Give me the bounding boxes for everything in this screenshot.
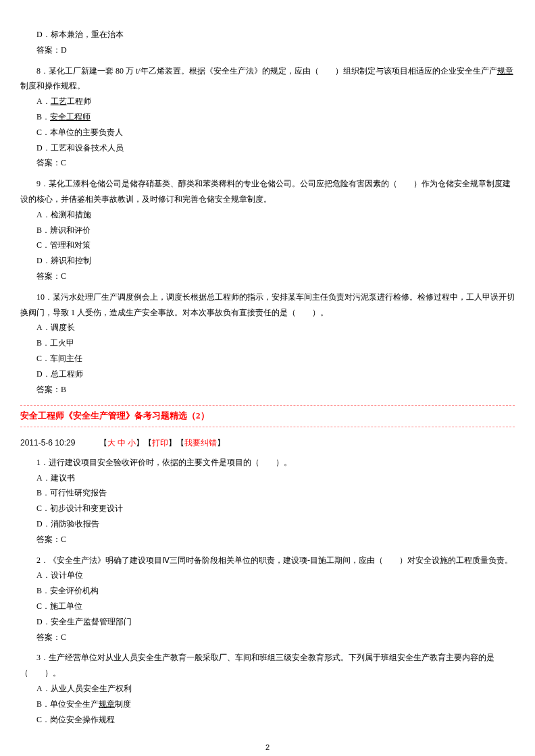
font-medium-link[interactable]: 中	[118, 438, 128, 448]
question-9: 9．某化工漆料仓储公司是储存硝基类、醇类和苯类稀料的专业仓储公司。公司应把危险有…	[20, 176, 515, 284]
question-10: 10．某污水处理厂生产调度例会上，调度长根据总工程师的指示，安排某车间主任负责对…	[20, 290, 515, 398]
s2q1-option-c: C．初步设计和变更设计	[20, 501, 515, 516]
q10-option-d: D．总工程师	[20, 367, 515, 382]
s2-question-2: 2．《安全生产法》明确了建设项目Ⅳ三同时备阶段相关单位的职责，建设项-目施工期间…	[20, 553, 515, 645]
s2q1-option-d: D．消防验收报告	[20, 516, 515, 532]
s2q3-option-c: C．岗位安全操作规程	[20, 712, 515, 728]
s2q3-option-b: B．单位安全生产规章制度	[20, 697, 515, 712]
s2q1-option-a: A．建议书	[20, 470, 515, 486]
q10-option-b: B．工火甲	[20, 335, 515, 351]
document-content: D．标本兼治，重在治本 答案：D 8．某化工厂新建一套 80 万 t/年乙烯装置…	[20, 27, 515, 727]
q10-answer: 答案：B	[20, 382, 515, 398]
q10-option-c: C．车间主任	[20, 351, 515, 367]
q9-option-d: D．辨识和控制	[20, 253, 515, 269]
q8-option-d: D．工艺和设备技术人员	[20, 140, 515, 156]
q8-text: 8．某化工厂新建一套 80 万 t/年乙烯装置。根据《安全生产法》的规定，应由（…	[20, 63, 515, 94]
s2-question-3: 3．生产经营单位对从业人员安全生产教育一般采取厂、车间和班组三级安全教育形式。下…	[20, 650, 515, 727]
s2q2-option-d: D．安全生产监督管理部门	[20, 614, 515, 630]
q8-option-c: C．本单位的主要负责人	[20, 125, 515, 140]
q9-option-a: A．检测和措施	[20, 207, 515, 223]
s2q2-option-b: B．安全评价机构	[20, 583, 515, 599]
page-number: 2	[20, 740, 515, 755]
q9-option-b: B．辨识和评价	[20, 223, 515, 238]
q7-option-d: D．标本兼治，重在治本	[20, 27, 515, 43]
question-8: 8．某化工厂新建一套 80 万 t/年乙烯装置。根据《安全生产法》的规定，应由（…	[20, 63, 515, 171]
correct-link[interactable]: 我要纠错	[184, 438, 217, 448]
s2q2-option-c: C．施工单位	[20, 599, 515, 614]
q10-option-a: A．调度长	[20, 320, 515, 335]
font-large-link[interactable]: 大	[107, 438, 118, 448]
q10-text: 10．某污水处理厂生产调度例会上，调度长根据总工程师的指示，安排某车间主任负责对…	[20, 290, 515, 321]
s2q1-answer: 答案：C	[20, 532, 515, 547]
s2q3-option-a: A．从业人员安全生产权利	[20, 681, 515, 697]
s2q3-text: 3．生产经营单位对从业人员安全生产教育一般采取厂、车间和班组三级安全教育形式。下…	[20, 650, 515, 681]
s2-question-1: 1．进行建设项目安全验收评价时，依据的主要文件是项目的（ ）。 A．建议书 B．…	[20, 455, 515, 547]
q9-text: 9．某化工漆料仓储公司是储存硝基类、醇类和苯类稀料的专业仓储公司。公司应把危险有…	[20, 176, 515, 207]
s2q1-text: 1．进行建设项目安全验收评价时，依据的主要文件是项目的（ ）。	[20, 455, 515, 470]
section-2-meta: 2011-5-6 10:29 【大 中 小】【打印】【我要纠错】	[20, 435, 515, 451]
q8-option-b: B．安全工程师	[20, 109, 515, 125]
print-link[interactable]: 打印	[152, 438, 168, 448]
s2q2-answer: 答案：C	[20, 630, 515, 645]
q9-answer: 答案：C	[20, 269, 515, 284]
s2q1-option-b: B．可行性研究报告	[20, 485, 515, 501]
s2q2-option-a: A．设计单位	[20, 568, 515, 583]
q8-answer: 答案：C	[20, 155, 515, 171]
q8-option-a: A．工艺工程师	[20, 94, 515, 109]
s2q2-text: 2．《安全生产法》明确了建设项目Ⅳ三同时备阶段相关单位的职责，建设项-目施工期间…	[20, 553, 515, 568]
q9-option-c: C．管理和对策	[20, 238, 515, 253]
section-2-title: 安全工程师《安全生产管理》备考习题精选（2）	[20, 405, 515, 427]
font-small-link[interactable]: 小	[128, 438, 136, 448]
meta-date: 2011-5-6 10:29	[20, 438, 75, 448]
q7-answer: 答案：D	[20, 43, 515, 58]
